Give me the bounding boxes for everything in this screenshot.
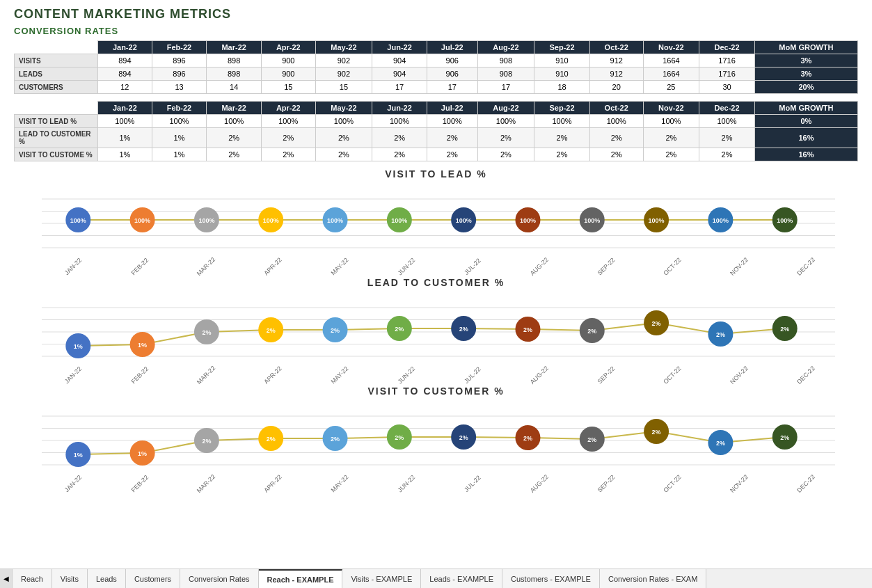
cell: 1%	[152, 148, 207, 161]
cell: 17	[372, 81, 427, 94]
cell: 908	[477, 54, 534, 67]
cell: 17	[477, 81, 534, 94]
section-title: CONVERSION RATES	[14, 26, 858, 36]
tab-item[interactable]: Conversion Rates - EXAM	[600, 569, 706, 588]
col-header: May-22	[315, 41, 372, 54]
cell: 2%	[315, 148, 372, 161]
cell: 2%	[315, 128, 372, 148]
cell: 1%	[152, 128, 207, 148]
cell: 896	[152, 54, 207, 67]
chart1-xlabels: JAN-22FEB-22MAR-22APR-22MAY-22JUN-22JUL-…	[14, 263, 858, 270]
cell: 900	[261, 67, 315, 81]
col-header: May-22	[315, 102, 372, 115]
cell: 100%	[315, 115, 372, 128]
svg-text:100%: 100%	[520, 217, 536, 224]
cell: 2%	[477, 128, 534, 148]
svg-text:1%: 1%	[74, 343, 83, 350]
col-header: MoM GROWTH	[754, 102, 857, 115]
cell: 16%	[754, 128, 857, 148]
page-wrapper: CONTENT MARKETING METRICS CONVERSION RAT…	[0, 0, 872, 588]
tab-item[interactable]: Visits	[52, 569, 88, 588]
table1: Jan-22Feb-22Mar-22Apr-22May-22Jun-22Jul-…	[14, 40, 858, 94]
svg-text:100%: 100%	[327, 217, 343, 224]
svg-text:100%: 100%	[456, 217, 472, 224]
cell: 14	[207, 81, 262, 94]
tab-item[interactable]: Reach	[13, 569, 52, 588]
svg-text:2%: 2%	[459, 326, 468, 333]
col-header: Jan-22	[98, 41, 152, 54]
svg-text:2%: 2%	[716, 440, 725, 447]
chart1-svg: 100%100%100%100%100%100%100%100%100%100%…	[14, 185, 849, 262]
cell: 902	[315, 67, 372, 81]
cell: 16%	[754, 148, 857, 161]
svg-text:2%: 2%	[652, 320, 661, 327]
svg-text:2%: 2%	[267, 327, 276, 334]
col-header: Oct-22	[589, 41, 643, 54]
tab-bar-left-arrow[interactable]: ◀	[0, 569, 13, 588]
cell: 1716	[699, 54, 755, 67]
tab-item[interactable]: Leads	[88, 569, 126, 588]
cell: 1716	[699, 67, 755, 81]
svg-text:2%: 2%	[331, 436, 340, 443]
col-header: Feb-22	[152, 41, 207, 54]
cell: 2%	[589, 128, 643, 148]
svg-text:100%: 100%	[263, 217, 279, 224]
tab-item[interactable]: Customers	[126, 569, 180, 588]
cell: 898	[207, 54, 262, 67]
tab-item[interactable]: Customers - EXAMPLE	[502, 569, 600, 588]
tab-item[interactable]: Leads - EXAMPLE	[421, 569, 502, 588]
cell: 908	[477, 67, 534, 81]
cell: 2%	[372, 128, 427, 148]
cell: 100%	[589, 115, 643, 128]
svg-text:2%: 2%	[395, 326, 404, 333]
svg-text:100%: 100%	[198, 217, 214, 224]
cell: 2%	[699, 148, 755, 161]
cell: 910	[534, 67, 590, 81]
row-label: CUSTOMERS	[15, 81, 98, 94]
row-label: VISITS	[15, 54, 98, 67]
cell: 2%	[261, 148, 315, 161]
cell: 2%	[699, 128, 755, 148]
svg-text:2%: 2%	[652, 429, 661, 436]
chart2-xlabels: JAN-22FEB-22MAR-22APR-22MAY-22JUN-22JUL-…	[14, 372, 858, 379]
cell: 100%	[477, 115, 534, 128]
tab-item[interactable]: Conversion Rates	[180, 569, 258, 588]
cell: 898	[207, 67, 262, 81]
tab-item[interactable]: Reach - EXAMPLE	[259, 569, 343, 588]
svg-text:2%: 2%	[780, 326, 789, 333]
chart2-section: LEAD TO CUSTOMER % 1%1%2%2%2%2%2%2%2%2%2…	[14, 277, 858, 379]
svg-text:2%: 2%	[459, 434, 468, 441]
tab-item[interactable]: Visits - EXAMPLE	[342, 569, 421, 588]
table-row: VISITS8948968989009029049069089109121664…	[15, 54, 858, 67]
cell: 100%	[261, 115, 315, 128]
svg-text:100%: 100%	[70, 217, 86, 224]
svg-text:2%: 2%	[267, 436, 276, 443]
cell: 894	[98, 54, 152, 67]
col-header: Apr-22	[261, 102, 315, 115]
chart1-title: VISIT TO LEAD %	[14, 168, 858, 180]
table-row: VISIT TO CUSTOME %1%1%2%2%2%2%2%2%2%2%2%…	[15, 148, 858, 161]
tab-items: ReachVisitsLeadsCustomersConversion Rate…	[13, 569, 706, 588]
tab-bar: ◀ ReachVisitsLeadsCustomersConversion Ra…	[0, 569, 872, 588]
col-header: Dec-22	[699, 102, 755, 115]
chart3-xlabels: JAN-22FEB-22MAR-22APR-22MAY-22JUN-22JUL-…	[14, 480, 858, 487]
cell: 100%	[372, 115, 427, 128]
cell: 15	[261, 81, 315, 94]
col-header: Oct-22	[589, 102, 643, 115]
cell: 30	[699, 81, 755, 94]
cell: 904	[372, 54, 427, 67]
col-header: Mar-22	[207, 102, 262, 115]
table-row: CUSTOMERS12131415151717171820253020%	[15, 81, 858, 94]
col-header: Aug-22	[477, 41, 534, 54]
svg-text:1%: 1%	[138, 450, 147, 457]
cell: 12	[98, 81, 152, 94]
row-label: LEADS	[15, 67, 98, 81]
cell: 13	[152, 81, 207, 94]
col-header: Dec-22	[699, 41, 755, 54]
row-label: VISIT TO CUSTOME %	[15, 148, 98, 161]
cell: 2%	[643, 148, 699, 161]
cell: 100%	[534, 115, 590, 128]
cell: 2%	[207, 148, 262, 161]
cell: 896	[152, 67, 207, 81]
col-header: Jun-22	[372, 102, 427, 115]
